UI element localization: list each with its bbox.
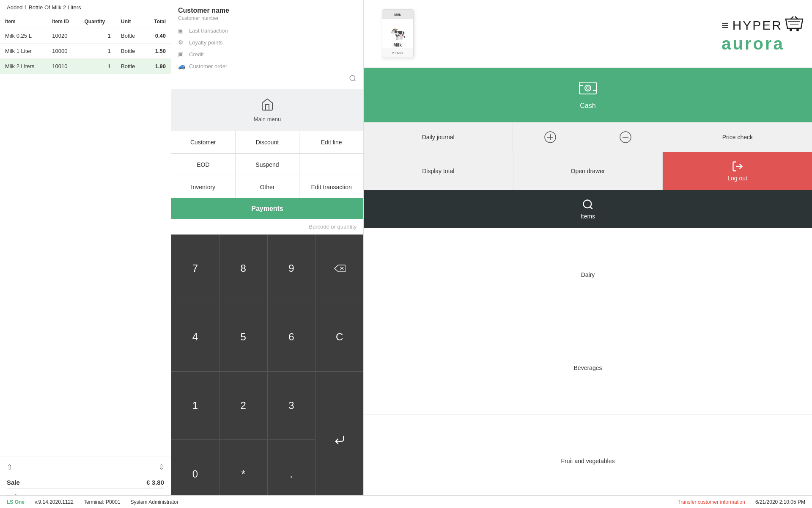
cash-icon (579, 80, 597, 99)
dairy-btn[interactable]: Dairy (364, 228, 812, 321)
cash-label: Cash (580, 102, 595, 110)
table-row[interactable]: Milk 1 Liter 10000 1 Bottle 1.50 (0, 44, 171, 59)
last-transaction-btn[interactable]: ▣ Last transaction (178, 25, 357, 36)
edit-transaction-btn[interactable]: Edit transaction (299, 176, 363, 198)
item-id: 10020 (47, 28, 79, 44)
empty-btn (299, 154, 363, 176)
svg-point-9 (585, 85, 591, 91)
fruit-vegetables-label: Fruit and vegetables (561, 458, 615, 464)
num-1[interactable]: 1 (171, 372, 219, 440)
logo-hyper-text: HYPER (732, 18, 782, 33)
scroll-up-btn[interactable]: ⇧ (7, 463, 12, 471)
notification-bar: Added 1 Bottle Of Milk 2 Liters (0, 0, 171, 15)
svg-point-10 (587, 87, 589, 89)
item-total: 1.90 (145, 59, 171, 74)
items-label: Items (581, 213, 595, 220)
num-backspace[interactable] (315, 235, 363, 303)
customer-search-btn[interactable] (178, 75, 357, 82)
item-qty: 1 (80, 28, 116, 44)
discount-btn[interactable]: Discount (236, 131, 299, 153)
beverages-btn[interactable]: Beverages (364, 321, 812, 414)
row3-btns: Display total Open drawer Log out (364, 152, 812, 190)
items-btn[interactable]: Items (364, 190, 812, 228)
app-name: LS One (7, 499, 25, 505)
daily-journal-btn[interactable]: Daily journal (364, 122, 513, 152)
col-itemid: Item ID (47, 15, 79, 28)
item-name: Milk 1 Liter (0, 44, 47, 59)
item-unit: Bottle (116, 44, 145, 59)
eod-btn[interactable]: EOD (171, 154, 235, 176)
item-total: 0.40 (145, 28, 171, 44)
transfer-link[interactable]: Transfer customer information (678, 499, 745, 505)
status-bar-left: LS One v.9.14.2020.1122 Terminal: P0001 … (7, 499, 178, 505)
product-image: Milk 🐄 Milk 2 Liters (372, 9, 423, 58)
suspend-btn[interactable]: Suspend (236, 154, 299, 176)
col-item: Item (0, 15, 47, 28)
scroll-down-btn[interactable]: ⇩ (159, 463, 164, 471)
daily-journal-label: Daily journal (422, 134, 455, 141)
num-4[interactable]: 4 (171, 303, 219, 371)
num-enter[interactable] (315, 372, 363, 508)
num-7[interactable]: 7 (171, 235, 219, 303)
log-out-label: Log out (727, 175, 747, 182)
status-bar-right: Transfer customer information 6/21/2020 … (678, 499, 805, 505)
home-icon (180, 98, 355, 114)
table-row[interactable]: Milk 2 Liters 10010 1 Bottle 1.90 (0, 59, 171, 74)
plus-btn[interactable] (513, 122, 587, 152)
beverages-label: Beverages (574, 364, 602, 371)
barcode-placeholder: Barcode or quantity (309, 224, 357, 230)
customer-name: Customer name (178, 7, 357, 14)
main-menu-label: Main menu (180, 116, 355, 122)
customer-section: Customer name Customer number ▣ Last tra… (171, 0, 363, 89)
customer-actions: ▣ Last transaction ⚙ Loyalty points ▣ Cr… (178, 25, 357, 71)
num-8[interactable]: 8 (219, 235, 267, 303)
display-total-btn[interactable]: Display total (364, 152, 513, 190)
payments-btn[interactable]: Payments (171, 198, 363, 219)
price-check-label: Price check (722, 134, 753, 141)
svg-point-0 (350, 75, 355, 80)
svg-point-4 (790, 29, 792, 31)
loyalty-label: Loyalty points (189, 39, 223, 46)
customer-number: Customer number (178, 15, 357, 21)
inventory-btn[interactable]: Inventory (171, 176, 235, 198)
col-total: Total (145, 15, 171, 28)
num-6[interactable]: 6 (268, 303, 315, 371)
num-2[interactable]: 2 (219, 372, 267, 440)
credit-icon: ▣ (178, 51, 185, 58)
fruit-vegetables-btn[interactable]: Fruit and vegetables (364, 415, 812, 508)
main-menu-area[interactable]: Main menu (171, 89, 363, 131)
log-out-btn[interactable]: Log out (663, 152, 812, 190)
customer-order-icon: 🚙 (178, 63, 185, 69)
num-5[interactable]: 5 (219, 303, 267, 371)
num-9[interactable]: 9 (268, 235, 315, 303)
datetime: 6/21/2020 2:10:05 PM (755, 499, 805, 505)
loyalty-points-btn[interactable]: ⚙ Loyalty points (178, 37, 357, 47)
item-name: Milk 0.25 L (0, 28, 47, 44)
num-clear[interactable]: C (315, 303, 363, 371)
last-transaction-icon: ▣ (178, 27, 185, 34)
svg-point-5 (796, 29, 799, 31)
categories-section: Dairy Beverages Fruit and vegetables (364, 228, 812, 508)
customer-order-btn[interactable]: 🚙 Customer order (178, 61, 357, 71)
app-version: v.9.14.2020.1122 (35, 499, 74, 505)
barcode-input-bar[interactable]: Barcode or quantity (171, 219, 363, 235)
cash-btn[interactable]: Cash (364, 68, 812, 122)
customer-btn[interactable]: Customer (171, 131, 235, 153)
terminal-info: Terminal: P0001 (84, 499, 121, 505)
num-3[interactable]: 3 (268, 372, 315, 440)
edit-line-btn[interactable]: Edit line (299, 131, 363, 153)
price-check-btn[interactable]: Price check (663, 122, 812, 152)
logo-area: Milk 🐄 Milk 2 Liters ≡ HYPER (364, 0, 812, 68)
item-id: 10010 (47, 59, 79, 74)
svg-line-1 (354, 80, 355, 81)
other-btn[interactable]: Other (236, 176, 299, 198)
right-panel: Milk 🐄 Milk 2 Liters ≡ HYPER (364, 0, 812, 508)
open-drawer-btn[interactable]: Open drawer (513, 152, 663, 190)
col-qty: Quantity (80, 15, 116, 28)
table-row[interactable]: Milk 0.25 L 10020 1 Bottle 0.40 (0, 28, 171, 44)
sale-label: Sale (7, 479, 20, 486)
action-grid: Customer Discount Edit line EOD Suspend … (171, 131, 363, 198)
minus-btn[interactable] (588, 122, 663, 152)
credit-btn[interactable]: ▣ Credit (178, 49, 357, 59)
svg-line-20 (590, 207, 592, 209)
